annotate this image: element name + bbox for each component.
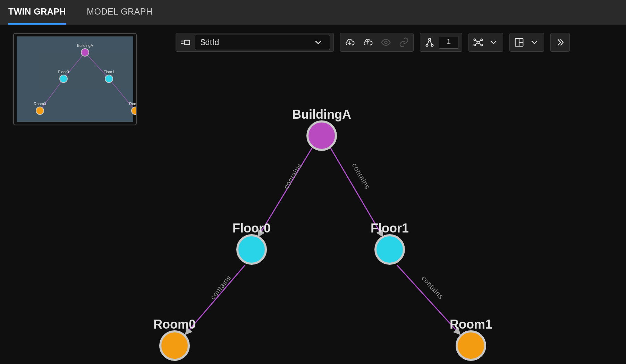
overflow-expand-icon[interactable] (554, 36, 566, 48)
node-circle (159, 330, 190, 361)
svg-line-3 (109, 79, 135, 111)
node-room0[interactable]: Room0 (159, 330, 190, 361)
minimap[interactable]: BuildingA Floor0 Floor1 Room0 Room1 (13, 33, 137, 125)
link-icon[interactable] (398, 36, 410, 48)
node-label: Floor0 (232, 221, 271, 236)
expand-tree-icon[interactable] (424, 36, 435, 48)
node-circle (374, 234, 405, 265)
chevron-down-icon (312, 36, 324, 48)
cloud-download-icon[interactable] (344, 36, 356, 48)
visibility-icon[interactable] (380, 36, 392, 48)
overflow-group (550, 33, 570, 52)
svg-line-14 (430, 40, 432, 45)
node-label: Room0 (153, 317, 196, 332)
label-property-icon[interactable] (179, 36, 191, 48)
svg-line-21 (479, 40, 481, 42)
layout-group (468, 33, 503, 52)
svg-point-18 (474, 44, 476, 46)
chevron-down-icon[interactable] (528, 36, 540, 48)
chevron-down-icon[interactable] (488, 36, 499, 48)
svg-point-11 (426, 44, 428, 46)
panel-layout-icon[interactable] (513, 36, 525, 48)
graph-tabs: TWIN GRAPH MODEL GRAPH (0, 0, 626, 25)
svg-line-23 (479, 43, 481, 44)
node-label: Room1 (450, 317, 492, 332)
import-export-group (340, 33, 414, 52)
svg-point-10 (429, 38, 431, 40)
property-dropdown-value: $dtId (201, 37, 219, 47)
property-dropdown-group: $dtId (176, 33, 334, 52)
svg-point-16 (474, 39, 476, 41)
edge-label: contains (420, 274, 445, 301)
node-buildingA[interactable]: BuildingA (306, 120, 337, 151)
minimap-node-floor1[interactable]: Floor1 (105, 75, 113, 83)
svg-line-22 (476, 43, 477, 44)
svg-line-13 (428, 40, 429, 45)
node-circle (456, 330, 486, 361)
layout-network-icon[interactable] (472, 36, 484, 48)
node-room1[interactable]: Room1 (456, 330, 486, 361)
minimap-node-room0[interactable]: Room0 (36, 107, 44, 115)
svg-rect-4 (185, 40, 190, 45)
node-label: Floor1 (371, 221, 409, 236)
graph-toolbar: $dtId (176, 33, 618, 52)
tab-model-graph[interactable]: MODEL GRAPH (87, 0, 152, 25)
tab-twin-graph[interactable]: TWIN GRAPH (8, 0, 66, 25)
node-label: BuildingA (292, 107, 351, 122)
node-circle (306, 120, 337, 151)
svg-point-9 (384, 41, 387, 44)
edge-label: contains (282, 162, 304, 191)
view-group (509, 33, 544, 52)
edge-label: contains (350, 162, 372, 191)
minimap-node-buildingA[interactable]: BuildingA (81, 48, 89, 57)
minimap-node-room1[interactable]: Room1 (131, 107, 137, 115)
cloud-upload-icon[interactable] (362, 36, 374, 48)
minimap-node-floor0[interactable]: Floor0 (59, 75, 68, 83)
graph-canvas[interactable]: BuildingA Floor0 Floor1 Room0 Room1 $dtI… (0, 25, 626, 364)
expansion-level-input[interactable]: 1 (439, 36, 458, 49)
svg-line-20 (476, 40, 477, 42)
node-floor0[interactable]: Floor0 (236, 234, 267, 265)
edge-label: contains (209, 274, 233, 301)
svg-line-2 (40, 79, 64, 111)
svg-point-19 (481, 44, 483, 46)
svg-point-12 (431, 44, 433, 46)
svg-point-17 (481, 39, 483, 41)
node-circle (236, 234, 267, 265)
node-floor1[interactable]: Floor1 (374, 234, 405, 265)
expansion-group: 1 (420, 33, 462, 52)
property-dropdown[interactable]: $dtId (195, 35, 330, 50)
